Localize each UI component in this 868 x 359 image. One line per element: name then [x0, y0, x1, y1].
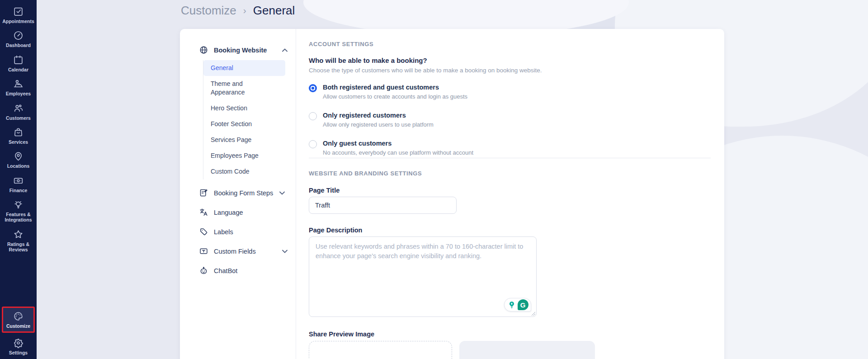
services-icon	[13, 127, 24, 138]
sidebar-item-settings[interactable]: Settings	[0, 337, 37, 355]
chevron-down-icon	[282, 250, 288, 253]
radio-option-title: Both registered and guest customers	[323, 84, 467, 91]
page-description-wrapper: G	[309, 236, 537, 317]
sidebar-item-services[interactable]: Services	[0, 127, 37, 145]
breadcrumb: Customize › General	[181, 4, 295, 18]
radio-option-registered-customers[interactable]: Only registered customers Allow only reg…	[309, 112, 711, 128]
settings-card: Booking Website General Theme and Appear…	[180, 29, 724, 359]
nav-groups: Booking Form Steps Language Labels Custo…	[199, 183, 288, 280]
locations-icon	[13, 151, 24, 162]
sidebar-item-label: Customize	[6, 323, 30, 329]
nav-item-services-page[interactable]: Services Page	[203, 132, 285, 148]
nav-section-label: Language	[214, 209, 243, 216]
globe-icon	[199, 45, 208, 55]
booking-website-submenu: General Theme and Appearance Hero Sectio…	[203, 60, 285, 180]
sidebar-item-label: Appointments	[2, 19, 34, 24]
sidebar-item-label: Finance	[9, 188, 28, 193]
radio-option-guest-customers[interactable]: Only guest customers No accounts, everyb…	[309, 140, 711, 156]
nav-section-booking-website[interactable]: Booking Website	[199, 45, 288, 55]
grammarly-g-icon: G	[518, 299, 528, 310]
nav-section-booking-form-steps[interactable]: Booking Form Steps	[199, 183, 288, 203]
calendar-icon	[13, 54, 24, 66]
sidebar-item-label: Services	[9, 139, 28, 145]
breadcrumb-parent[interactable]: Customize	[181, 4, 236, 18]
features-icon	[13, 199, 24, 210]
grammarly-suggestion-icon	[507, 300, 516, 309]
page-title-label: Page Title	[309, 187, 711, 194]
sidebar-item-appointments[interactable]: Appointments	[0, 6, 37, 24]
page-title-input[interactable]	[309, 197, 457, 214]
sidebar-item-label: Dashboard	[6, 43, 31, 48]
sidebar-item-dashboard[interactable]: Dashboard	[0, 30, 37, 48]
sidebar-item-label: Features & Integrations	[2, 212, 35, 223]
sidebar-item-customize[interactable]: Customize	[2, 307, 35, 332]
nav-item-custom-code[interactable]: Custom Code	[203, 164, 285, 180]
sidebar-item-label: Ratings & Reviews	[2, 241, 35, 253]
sidebar-item-customers[interactable]: Customers	[0, 103, 37, 121]
nav-item-general[interactable]: General	[203, 60, 285, 76]
sidebar-item-locations[interactable]: Locations	[0, 151, 37, 169]
nav-section-label: ChatBot	[214, 267, 237, 274]
app-sidebar: Appointments Dashboard Calendar Employee…	[0, 0, 37, 359]
sidebar-item-features-integrations[interactable]: Features & Integrations	[0, 199, 37, 223]
sidebar-item-finance[interactable]: Finance	[0, 175, 37, 193]
sidebar-item-label: Customers	[6, 115, 31, 121]
nav-section-label: Labels	[214, 228, 233, 236]
chevron-up-icon	[282, 48, 288, 52]
textarea-resize-handle[interactable]	[531, 311, 535, 316]
customize-nav: Booking Website General Theme and Appear…	[180, 29, 296, 359]
radio-option-description: No accounts, everybody can use platform …	[323, 149, 473, 156]
share-preview-image-label: Share Preview Image	[309, 331, 711, 338]
ratings-icon	[13, 229, 24, 240]
booking-access-question: Who will be able to make a booking?	[309, 57, 711, 64]
nav-section-label: Booking Website	[214, 47, 267, 54]
dashboard-icon	[13, 30, 24, 41]
settings-icon	[13, 337, 24, 349]
robot-icon	[199, 266, 208, 275]
customize-icon	[13, 311, 24, 322]
image-preview-placeholder	[459, 341, 595, 359]
radio-button[interactable]	[309, 84, 317, 92]
nav-section-language[interactable]: Language	[199, 203, 288, 222]
tag-icon	[199, 227, 208, 236]
nav-item-employees-page[interactable]: Employees Page	[203, 148, 285, 164]
nav-item-footer-section[interactable]: Footer Section	[203, 116, 285, 132]
sidebar-item-ratings-reviews[interactable]: Ratings & Reviews	[0, 229, 37, 253]
customers-icon	[13, 103, 24, 114]
sidebar-item-label: Settings	[9, 350, 28, 355]
radio-button[interactable]	[309, 112, 317, 120]
radio-option-description: Allow only registered users to use platf…	[323, 121, 434, 128]
breadcrumb-separator-icon: ›	[243, 5, 246, 16]
section-divider	[309, 158, 711, 158]
radio-option-title: Only registered customers	[323, 112, 434, 119]
share-preview-image-row	[309, 341, 711, 359]
text-field-icon	[199, 246, 208, 256]
nav-section-custom-fields[interactable]: Custom Fields	[199, 241, 288, 261]
finance-icon	[13, 175, 24, 186]
sidebar-item-label: Locations	[7, 163, 30, 169]
appointments-icon	[13, 6, 24, 17]
nav-section-chatbot[interactable]: ChatBot	[199, 261, 288, 280]
sidebar-item-label: Calendar	[8, 67, 28, 72]
booking-access-options: Both registered and guest customers Allo…	[309, 84, 711, 156]
general-settings-content: ACCOUNT SETTINGS Who will be able to mak…	[296, 29, 724, 359]
radio-option-title: Only guest customers	[323, 140, 473, 147]
employees-icon	[13, 78, 24, 90]
grammarly-widget[interactable]: G	[504, 298, 531, 312]
form-steps-icon	[199, 188, 208, 198]
sidebar-item-employees[interactable]: Employees	[0, 78, 37, 96]
branding-settings-heading: WEBSITE AND BRANDING SETTINGS	[309, 170, 711, 177]
radio-option-both-customers[interactable]: Both registered and guest customers Allo…	[309, 84, 711, 100]
booking-access-hint: Choose the type of customers who will be…	[309, 67, 711, 74]
nav-item-hero-section[interactable]: Hero Section	[203, 100, 285, 116]
image-upload-dropzone[interactable]	[309, 341, 452, 359]
radio-button[interactable]	[309, 140, 317, 148]
page-description-label: Page Description	[309, 227, 711, 234]
page-description-textarea[interactable]	[309, 236, 537, 317]
main-area: Customize › General Booking Website Gene…	[37, 0, 868, 359]
translate-icon	[199, 208, 208, 217]
chevron-down-icon	[279, 191, 285, 195]
nav-section-labels[interactable]: Labels	[199, 222, 288, 241]
nav-item-theme-and-appearance[interactable]: Theme and Appearance	[203, 76, 285, 100]
sidebar-item-calendar[interactable]: Calendar	[0, 54, 37, 72]
